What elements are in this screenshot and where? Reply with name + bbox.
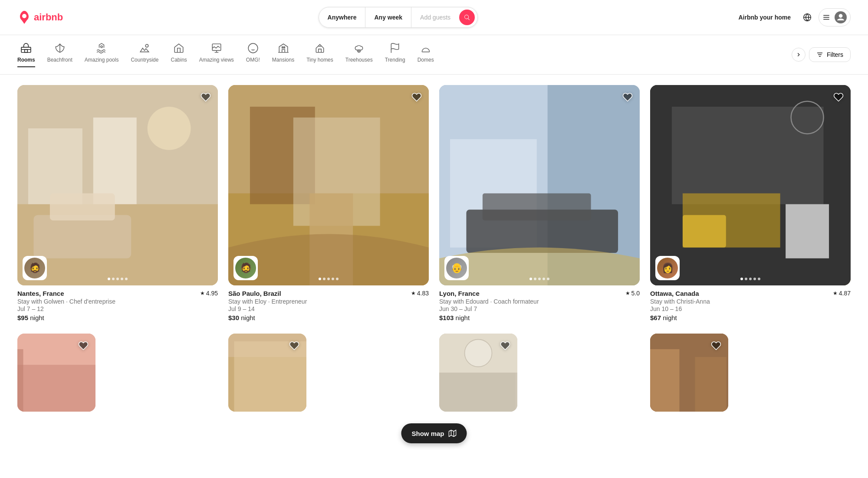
listing-location-1: Nantes, France bbox=[17, 290, 64, 297]
host-avatar-4: 👩 bbox=[655, 256, 680, 280]
wishlist-button-2[interactable] bbox=[410, 90, 424, 105]
svg-point-42 bbox=[465, 340, 492, 367]
svg-point-7 bbox=[248, 43, 258, 53]
listing-dates-1: Jul 7 – 12 bbox=[17, 305, 218, 312]
listing-info-3: Lyon, France ★ 5.0 Stay with Edouard · C… bbox=[439, 285, 640, 323]
category-amazing-pools[interactable]: Amazing pools bbox=[85, 42, 119, 67]
cabins-icon bbox=[173, 42, 184, 54]
category-treehouses[interactable]: Treehouses bbox=[345, 42, 373, 67]
category-rooms-label: Rooms bbox=[17, 57, 35, 63]
category-countryside-label: Countryside bbox=[131, 57, 158, 63]
category-tiny-homes[interactable]: Tiny homes bbox=[306, 42, 333, 67]
globe-button[interactable] bbox=[803, 13, 812, 22]
wishlist-button-5[interactable] bbox=[76, 339, 90, 354]
listing-rating-3: ★ 5.0 bbox=[625, 290, 640, 297]
wishlist-button-7[interactable] bbox=[498, 339, 512, 354]
wishlist-button-8[interactable] bbox=[709, 339, 723, 354]
carousel-dots-4 bbox=[740, 278, 760, 280]
category-trending[interactable]: Trending bbox=[385, 42, 405, 67]
svg-rect-43 bbox=[439, 373, 516, 412]
header: airbnb Anywhere Any week Add guests Airb… bbox=[0, 0, 868, 35]
wishlist-button-1[interactable] bbox=[199, 90, 213, 105]
search-bar[interactable]: Anywhere Any week Add guests bbox=[319, 7, 478, 28]
listing-image-8 bbox=[650, 334, 728, 412]
dates-search[interactable]: Any week bbox=[365, 7, 411, 27]
listing-host-3: Stay with Edouard · Coach formateur bbox=[439, 298, 640, 305]
category-rooms[interactable]: Rooms bbox=[17, 42, 35, 67]
listings-grid: 🧔 Nantes, France ★ 4.95 bbox=[17, 85, 851, 412]
listing-rating-4: ★ 4.87 bbox=[833, 290, 851, 297]
menu-profile-button[interactable] bbox=[819, 8, 851, 26]
search-button[interactable] bbox=[459, 10, 475, 25]
category-trending-label: Trending bbox=[385, 57, 405, 63]
guests-search[interactable]: Add guests bbox=[411, 7, 459, 27]
host-avatar-1: 🧔 bbox=[23, 256, 47, 280]
listing-image-7 bbox=[439, 334, 517, 412]
listing-price-4: $67 night bbox=[650, 314, 851, 321]
listing-location-3: Lyon, France bbox=[439, 290, 480, 297]
listing-rating-2: ★ 4.83 bbox=[411, 290, 429, 297]
listing-host-1: Stay with Golwen · Chef d'entreprise bbox=[17, 298, 218, 305]
listing-rating-1: ★ 4.95 bbox=[200, 290, 218, 297]
listing-location-4: Ottawa, Canada bbox=[650, 290, 699, 297]
listing-card-6[interactable] bbox=[228, 334, 429, 412]
listing-card-1[interactable]: 🧔 Nantes, France ★ 4.95 bbox=[17, 85, 218, 323]
carousel-dots-3 bbox=[529, 278, 549, 280]
wishlist-button-4[interactable] bbox=[832, 90, 845, 105]
category-domes[interactable]: Domes bbox=[418, 42, 434, 67]
category-countryside[interactable]: Countryside bbox=[131, 42, 158, 67]
svg-rect-14 bbox=[50, 193, 115, 220]
category-beachfront[interactable]: Beachfront bbox=[47, 42, 72, 67]
category-amazing-views-label: Amazing views bbox=[199, 57, 234, 63]
category-cabins[interactable]: Cabins bbox=[171, 42, 187, 67]
listing-location-2: São Paulo, Brazil bbox=[228, 290, 281, 297]
trending-icon bbox=[389, 42, 401, 54]
svg-rect-47 bbox=[695, 357, 727, 412]
tiny-homes-icon bbox=[314, 42, 326, 54]
svg-point-15 bbox=[148, 107, 191, 150]
categories-next-button[interactable] bbox=[792, 48, 806, 62]
location-search[interactable]: Anywhere bbox=[319, 7, 366, 27]
amazing-views-icon bbox=[211, 42, 222, 54]
listing-info-4: Ottawa, Canada ★ 4.87 Stay with Christi-… bbox=[650, 285, 851, 323]
svg-rect-13 bbox=[33, 215, 131, 259]
logo[interactable]: airbnb bbox=[17, 10, 63, 24]
category-omg-label: OMG! bbox=[246, 57, 260, 63]
listing-card-4[interactable]: 👩 Ottawa, Canada ★ 4.87 bbox=[650, 85, 851, 323]
wishlist-button-3[interactable] bbox=[621, 90, 635, 105]
host-link[interactable]: Airbnb your home bbox=[733, 10, 796, 24]
category-treehouses-label: Treehouses bbox=[345, 57, 373, 63]
category-tiny-homes-label: Tiny homes bbox=[306, 57, 333, 63]
listing-card-7[interactable] bbox=[439, 334, 640, 412]
rooms-icon bbox=[20, 42, 32, 54]
listing-card-8[interactable] bbox=[650, 334, 851, 412]
svg-rect-46 bbox=[650, 349, 680, 412]
svg-rect-35 bbox=[17, 365, 95, 412]
listing-info-1: Nantes, France ★ 4.95 Stay with Golwen ·… bbox=[17, 285, 218, 323]
header-right: Airbnb your home bbox=[733, 8, 851, 26]
beachfront-icon bbox=[54, 42, 66, 54]
categories-bar: Rooms Beachfront Amazing poo bbox=[0, 35, 868, 75]
logo-text: airbnb bbox=[34, 12, 63, 23]
svg-rect-11 bbox=[28, 128, 82, 204]
category-mansions[interactable]: Mansions bbox=[272, 42, 294, 67]
wishlist-button-6[interactable] bbox=[287, 339, 301, 354]
categories-list: Rooms Beachfront Amazing poo bbox=[17, 42, 788, 67]
listing-card-2[interactable]: 🧔 São Paulo, Brazil ★ 4.83 bbox=[228, 85, 429, 323]
host-avatar-2: 🧔 bbox=[233, 256, 258, 280]
category-beachfront-label: Beachfront bbox=[47, 57, 72, 63]
domes-icon bbox=[420, 42, 431, 54]
listing-card-5[interactable] bbox=[17, 334, 218, 412]
carousel-dots-2 bbox=[319, 278, 339, 280]
listing-host-2: Stay with Eloy · Entrepreneur bbox=[228, 298, 429, 305]
svg-rect-29 bbox=[672, 107, 824, 204]
category-amazing-pools-label: Amazing pools bbox=[85, 57, 119, 63]
svg-point-4 bbox=[101, 46, 102, 48]
category-omg[interactable]: OMG! bbox=[246, 42, 260, 67]
category-mansions-label: Mansions bbox=[272, 57, 294, 63]
svg-rect-26 bbox=[483, 193, 591, 220]
filters-button[interactable]: Filters bbox=[809, 47, 851, 62]
listing-card-3[interactable]: 👴 Lyon, France ★ 5.0 bbox=[439, 85, 640, 323]
listing-image-2: 🧔 bbox=[228, 85, 429, 285]
category-amazing-views[interactable]: Amazing views bbox=[199, 42, 234, 67]
